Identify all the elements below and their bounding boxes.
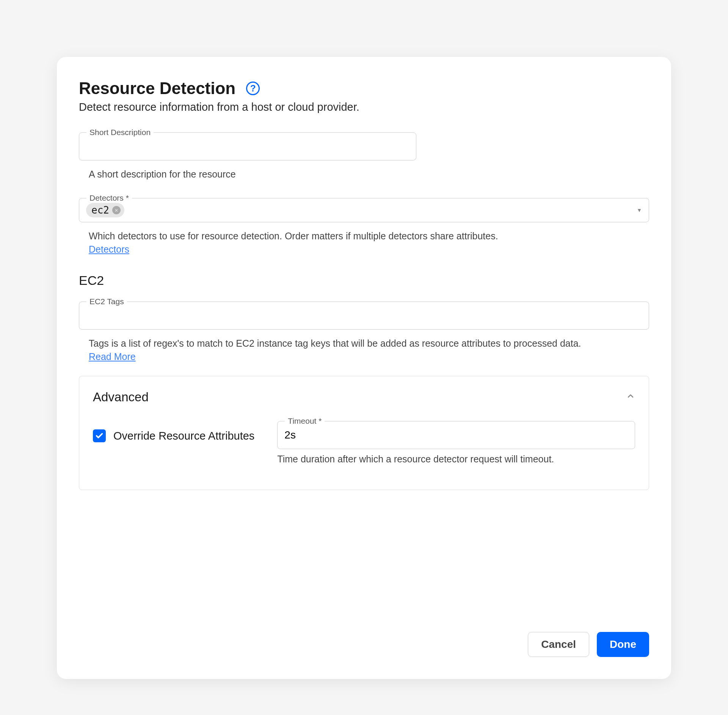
override-checkbox-row: Override Resource Attributes xyxy=(93,421,254,442)
ec2-tags-helper: Tags is a list of regex's to match to EC… xyxy=(89,338,649,349)
detector-chip: ec2 ✕ xyxy=(86,203,124,217)
override-checkbox[interactable] xyxy=(93,429,106,442)
detectors-link[interactable]: Detectors xyxy=(89,244,649,255)
cancel-button[interactable]: Cancel xyxy=(528,632,589,657)
ec2-tags-label: EC2 Tags xyxy=(86,297,127,306)
timeout-label: Timeout * xyxy=(285,416,325,426)
ec2-section-title: EC2 xyxy=(79,273,649,288)
detector-chip-label: ec2 xyxy=(91,204,109,216)
advanced-toggle[interactable]: Advanced xyxy=(93,390,635,404)
dialog-card: Resource Detection ? Detect resource inf… xyxy=(57,57,671,679)
ec2-read-more-link[interactable]: Read More xyxy=(89,351,649,362)
advanced-panel: Advanced Override Resource Attributes Ti… xyxy=(79,376,649,490)
header-row: Resource Detection ? xyxy=(79,79,649,98)
detectors-helper: Which detectors to use for resource dete… xyxy=(89,231,649,242)
ec2-tags-field: EC2 Tags xyxy=(79,302,649,330)
done-button[interactable]: Done xyxy=(597,632,649,657)
advanced-body: Override Resource Attributes Timeout * T… xyxy=(93,421,635,476)
detectors-field: Detectors * ec2 ✕ ▼ xyxy=(79,198,649,222)
help-icon[interactable]: ? xyxy=(246,82,260,95)
ec2-tags-input[interactable] xyxy=(79,302,649,330)
timeout-column: Timeout * Time duration after which a re… xyxy=(277,421,635,476)
short-description-label: Short Description xyxy=(86,128,154,137)
detectors-select[interactable]: ec2 ✕ ▼ xyxy=(79,198,649,222)
chevron-up-icon xyxy=(626,391,635,403)
page-title: Resource Detection xyxy=(79,79,235,98)
timeout-field: Timeout * xyxy=(277,421,635,449)
close-icon[interactable]: ✕ xyxy=(112,206,121,214)
footer: Cancel Done xyxy=(79,609,649,657)
short-description-helper: A short description for the resource xyxy=(89,169,649,180)
timeout-input[interactable] xyxy=(277,421,635,449)
chevron-down-icon: ▼ xyxy=(637,207,642,213)
override-checkbox-label: Override Resource Attributes xyxy=(113,430,254,442)
short-description-field: Short Description xyxy=(79,132,649,160)
advanced-title: Advanced xyxy=(93,390,149,404)
timeout-helper: Time duration after which a resource det… xyxy=(277,454,635,465)
page-subtitle: Detect resource information from a host … xyxy=(79,101,649,113)
detectors-label: Detectors * xyxy=(86,193,132,203)
